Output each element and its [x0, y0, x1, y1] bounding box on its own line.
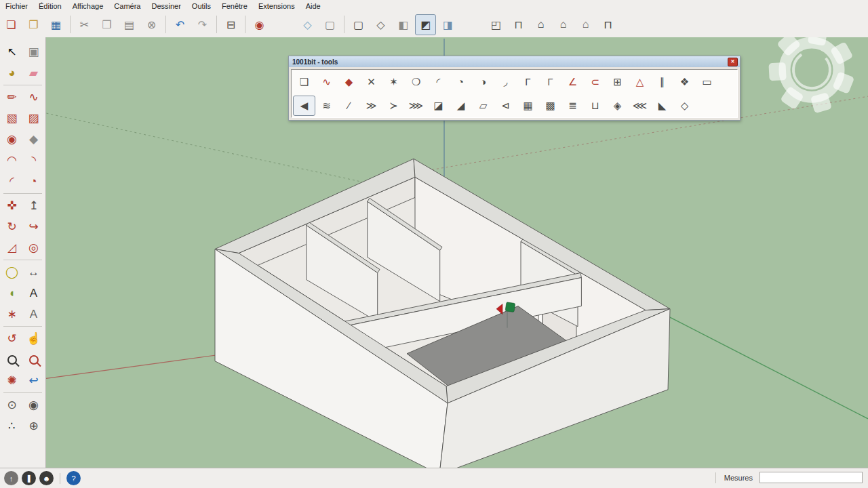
3d-text-tool[interactable]: A: [24, 304, 44, 325]
plugin-tool-1-10[interactable]: ◞: [494, 72, 517, 92]
plugin-tool-1-08[interactable]: ◔: [450, 72, 472, 92]
plugin-toolbar-window[interactable]: 1001bit - tools ✕ ❏∿◆✕✶❍◜◔◑◞ΓΓ∠⊂⊞△∥❖▭◀≋∕…: [288, 56, 741, 121]
make-component-tool[interactable]: ▣: [24, 41, 44, 62]
protractor-tool[interactable]: ◖: [2, 283, 22, 304]
plugin-tool-1-07[interactable]: ◜: [427, 72, 450, 92]
plugin-tool-1-12[interactable]: Γ: [539, 72, 561, 92]
rotated-rectangle-tool[interactable]: ▨: [24, 108, 44, 129]
axes-tool[interactable]: ∗: [2, 304, 22, 325]
scale-tool[interactable]: ◿: [2, 237, 22, 258]
menu-dessiner[interactable]: Dessiner: [146, 1, 186, 11]
look-around-tool[interactable]: ◉: [24, 394, 44, 415]
sign-in-button[interactable]: ☻: [39, 471, 54, 485]
rectangle-tool[interactable]: ▧: [2, 108, 22, 129]
freehand-tool[interactable]: ∿: [24, 87, 44, 108]
orbit-tool[interactable]: ↺: [2, 328, 22, 349]
style-back-edges-button[interactable]: ▢: [319, 14, 340, 35]
plugin-tool-2-04[interactable]: ≫: [360, 96, 382, 116]
eraser-tool[interactable]: ▰: [24, 62, 44, 83]
plugin-tool-2-14[interactable]: ⊔: [584, 96, 606, 116]
view-left-button[interactable]: ⊓: [597, 14, 618, 35]
plugin-tool-1-13[interactable]: ∠: [561, 72, 584, 92]
offset-tool[interactable]: ◎: [24, 237, 44, 258]
plugin-tool-2-01[interactable]: ◀: [293, 96, 315, 116]
plugin-tool-2-07[interactable]: ◪: [427, 96, 450, 116]
menu-aide[interactable]: Aide: [300, 1, 326, 11]
plugin-tool-1-11[interactable]: Γ: [517, 72, 539, 92]
circle-tool[interactable]: ◉: [2, 129, 22, 150]
undo-button[interactable]: ↶: [170, 14, 191, 35]
menu-affichage[interactable]: Affichage: [67, 1, 109, 11]
plugin-tool-1-02[interactable]: ∿: [315, 72, 338, 92]
style-shaded-button[interactable]: ◧: [393, 14, 414, 35]
menu-edition[interactable]: Édition: [33, 1, 67, 11]
arc-tool[interactable]: ◠: [2, 150, 22, 171]
erase-button[interactable]: ⊗: [141, 14, 162, 35]
select-tool[interactable]: ↖: [2, 41, 22, 62]
move-tool[interactable]: ✜: [2, 195, 22, 216]
plugin-tool-2-06[interactable]: ⋙: [405, 96, 427, 116]
zoom-window-tool[interactable]: [24, 349, 44, 370]
style-hidden-line-button[interactable]: ◇: [370, 14, 391, 35]
plugin-tool-1-09[interactable]: ◑: [472, 72, 494, 92]
style-xray-button[interactable]: ◇: [297, 14, 318, 35]
menu-fichier[interactable]: Fichier: [0, 1, 33, 11]
plugin-title-bar[interactable]: 1001bit - tools ✕: [289, 56, 740, 67]
plugin-tool-1-17[interactable]: ∥: [651, 72, 673, 92]
close-icon[interactable]: ✕: [728, 58, 738, 66]
pan-tool[interactable]: ☝: [24, 328, 44, 349]
geolocation-button[interactable]: ↑: [4, 471, 18, 485]
line-tool[interactable]: ✏: [2, 87, 22, 108]
open-button[interactable]: ❐: [23, 14, 44, 35]
plugin-tool-2-11[interactable]: ▦: [517, 96, 539, 116]
plugin-tool-2-13[interactable]: ≣: [561, 96, 584, 116]
view-front-button[interactable]: ⌂: [530, 14, 551, 35]
menu-extensions[interactable]: Extensions: [253, 1, 300, 11]
plugin-tool-2-09[interactable]: ▱: [472, 96, 494, 116]
plugin-tool-1-05[interactable]: ✶: [382, 72, 405, 92]
zoom-previous-tool[interactable]: ↩: [24, 370, 44, 391]
save-button[interactable]: ▦: [45, 14, 66, 35]
plugin-tool-1-16[interactable]: △: [629, 72, 651, 92]
two-point-arc-tool[interactable]: ◝: [24, 150, 44, 171]
tape-measure-tool[interactable]: ◯: [2, 262, 22, 283]
style-shaded-textures-button[interactable]: ◩: [415, 14, 436, 35]
text-tool[interactable]: A: [24, 283, 44, 304]
plugin-tool-2-03[interactable]: ∕: [338, 96, 360, 116]
zoom-tool[interactable]: [2, 349, 22, 370]
view-top-button[interactable]: ⊓: [508, 14, 529, 35]
plugin-tool-1-06[interactable]: ❍: [405, 72, 427, 92]
follow-me-tool[interactable]: ↪: [24, 216, 44, 237]
rotate-tool[interactable]: ↻: [2, 216, 22, 237]
menu-fenetre[interactable]: Fenêtre: [216, 1, 253, 11]
style-wireframe-button[interactable]: ▢: [348, 14, 369, 35]
polygon-tool[interactable]: ◆: [24, 129, 44, 150]
paint-bucket-tool[interactable]: ◕: [2, 62, 22, 83]
plugin-tool-1-01[interactable]: ❏: [293, 72, 315, 92]
plugin-tool-1-15[interactable]: ⊞: [606, 72, 629, 92]
pie-tool[interactable]: ◔: [24, 171, 44, 192]
plugin-tool-2-15[interactable]: ◈: [606, 96, 629, 116]
redo-button[interactable]: ↷: [192, 14, 213, 35]
view-right-button[interactable]: ⌂: [553, 14, 574, 35]
credit-button[interactable]: ❚: [22, 471, 36, 485]
paste-button[interactable]: ▤: [119, 14, 140, 35]
dimension-tool[interactable]: ↔: [24, 262, 44, 283]
print-button[interactable]: ⊟: [220, 14, 241, 35]
plugin-tool-1-04[interactable]: ✕: [360, 72, 382, 92]
push-pull-tool[interactable]: ↥: [24, 195, 44, 216]
plugin-tool-2-16[interactable]: ⋘: [629, 96, 651, 116]
walk-tool[interactable]: ∴: [2, 415, 22, 436]
zoom-extents-tool[interactable]: ✺: [2, 370, 22, 391]
plugin-tool-1-18[interactable]: ❖: [673, 72, 696, 92]
plugin-tool-2-02[interactable]: ≋: [315, 96, 338, 116]
position-camera-tool[interactable]: ⊙: [2, 394, 22, 415]
menu-camera[interactable]: Caméra: [108, 1, 146, 11]
plugin-tool-2-08[interactable]: ◢: [450, 96, 472, 116]
view-iso-button[interactable]: ◰: [486, 14, 507, 35]
help-button[interactable]: ?: [66, 471, 81, 485]
copy-button[interactable]: ❐: [96, 14, 117, 35]
plugin-tool-1-19[interactable]: ▭: [696, 72, 718, 92]
measurements-input[interactable]: [760, 472, 863, 483]
plugin-tool-2-05[interactable]: ≻: [382, 96, 405, 116]
